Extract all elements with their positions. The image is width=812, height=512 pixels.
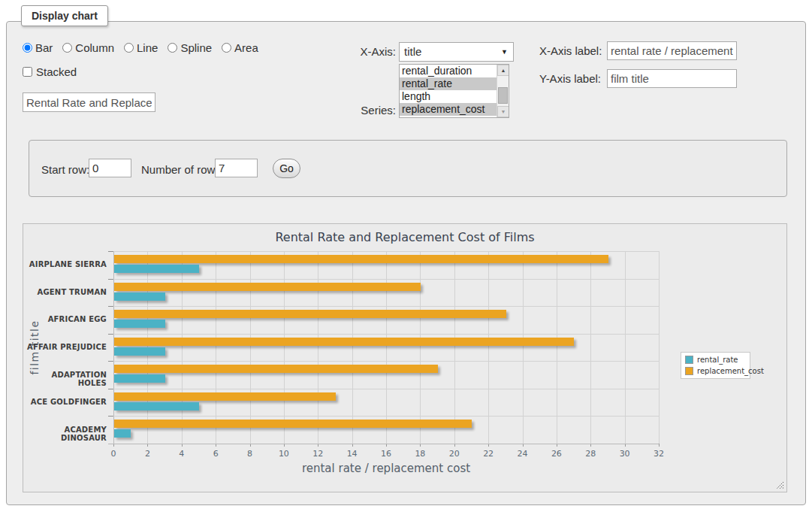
number-of-rows-input[interactable] — [215, 159, 258, 177]
chart-type-option-area[interactable]: Area — [222, 41, 258, 54]
x-tick-label: 24 — [508, 449, 538, 459]
category-label: ADAPTATION HOLES — [23, 371, 107, 387]
chart-type-option-column[interactable]: Column — [62, 41, 114, 54]
gridline-x-16 — [386, 251, 387, 444]
chart-legend: rental_ratereplacement_cost — [681, 352, 750, 379]
go-button[interactable]: Go — [273, 159, 300, 178]
fieldset-legend: Display chart — [21, 5, 108, 26]
gridline-y — [113, 361, 659, 362]
chart-type-radio-group: BarColumnLineSplineArea — [23, 41, 258, 54]
y-tick-mark — [108, 306, 113, 307]
bar-replacement_cost — [114, 283, 421, 291]
gridline-y — [113, 389, 659, 389]
legend-label: rental_rate — [697, 356, 738, 364]
bar-replacement_cost — [114, 420, 472, 428]
legend-swatch-replacement_cost — [685, 367, 693, 375]
legend-item-replacement_cost: replacement_cost — [685, 367, 746, 375]
y-axis-label-input[interactable] — [607, 69, 737, 88]
x-tick-label: 16 — [371, 449, 401, 459]
scroll-down-icon[interactable]: ▼ — [497, 106, 509, 117]
x-axis-select-label: X-Axis: — [323, 45, 396, 58]
chart-title-input[interactable] — [23, 92, 155, 112]
series-option-length[interactable]: length — [400, 90, 497, 103]
series-option-replacement_cost[interactable]: replacement_cost — [400, 103, 497, 116]
stacked-checkbox[interactable] — [23, 67, 32, 77]
chart-type-radio-bar[interactable] — [23, 43, 32, 53]
bar-replacement_cost — [114, 310, 506, 318]
x-tick-label: 30 — [610, 449, 640, 459]
x-tick-label: 20 — [439, 449, 469, 459]
x-tick-label: 26 — [542, 449, 572, 459]
y-tick-mark — [108, 334, 113, 335]
legend-swatch-rental_rate — [685, 356, 693, 364]
x-tick-label: 6 — [201, 449, 231, 459]
category-label: AFFAIR PREJUDICE — [23, 343, 107, 351]
listbox-scrollbar[interactable]: ▲ ▼ — [497, 65, 509, 117]
x-tick-label: 4 — [167, 449, 197, 459]
chart-type-option-bar[interactable]: Bar — [23, 41, 53, 54]
bar-rental_rate — [114, 374, 165, 383]
chart-type-label: Column — [75, 41, 114, 54]
scroll-up-icon[interactable]: ▲ — [497, 65, 509, 76]
y-axis-label-label: Y-Axis label: — [539, 72, 601, 85]
x-axis-label-label: X-Axis label: — [539, 44, 602, 57]
y-tick-mark — [108, 361, 113, 362]
x-axis-selected-value: title — [404, 45, 421, 58]
legend-label: replacement_cost — [697, 367, 764, 375]
gridline-x-26 — [557, 251, 557, 444]
gridline-y — [113, 279, 659, 280]
x-axis-title: rental rate / replacement cost — [113, 462, 659, 475]
gridline-x-30 — [625, 251, 626, 444]
x-axis-label-input[interactable] — [607, 41, 737, 60]
gridline-x-28 — [590, 251, 591, 444]
series-option-rental_duration[interactable]: rental_duration — [400, 65, 497, 77]
chart-title: Rental Rate and Replacement Cost of Film… — [23, 230, 786, 244]
gridline-x-22 — [488, 251, 489, 444]
category-label: AIRPLANE SIERRA — [23, 260, 107, 268]
category-label: AFRICAN EGG — [23, 315, 107, 323]
stacked-checkbox-row: Stacked — [23, 65, 77, 78]
gridline-x-18 — [420, 251, 421, 444]
x-tick-label: 8 — [235, 449, 265, 459]
stacked-label: Stacked — [36, 65, 77, 78]
series-option-rental_rate[interactable]: rental_rate — [400, 77, 497, 90]
gridline-x-8 — [250, 251, 251, 444]
resize-handle-icon[interactable] — [776, 481, 784, 489]
number-of-rows-label: Number of rows: — [141, 163, 224, 176]
scrollbar-thumb[interactable] — [498, 87, 508, 104]
chart-type-radio-column[interactable] — [62, 43, 72, 53]
x-axis-line — [108, 444, 659, 444]
bar-replacement_cost — [114, 392, 336, 401]
bar-replacement_cost — [114, 338, 574, 346]
chart-type-label: Line — [137, 41, 158, 54]
chart-type-radio-spline[interactable] — [168, 43, 177, 53]
chart-type-option-line[interactable]: Line — [124, 41, 158, 54]
chart-type-option-spline[interactable]: Spline — [168, 41, 212, 54]
start-row-input[interactable] — [89, 159, 131, 177]
gridline-y — [113, 334, 659, 335]
x-axis-select[interactable]: title ▼ — [399, 42, 514, 62]
bar-replacement_cost — [114, 365, 438, 373]
x-tick-label: 0 — [98, 449, 128, 459]
chart-type-label: Area — [234, 41, 258, 54]
series-listbox[interactable]: rental_durationrental_ratelengthreplacem… — [399, 64, 509, 118]
gridline-x-14 — [352, 251, 353, 444]
gridline-y — [113, 416, 659, 417]
y-tick-mark — [108, 279, 113, 280]
chart-type-radio-area[interactable] — [222, 43, 231, 53]
x-tick-label: 18 — [405, 449, 435, 459]
gridline-y — [113, 251, 659, 252]
gridline-x-10 — [284, 251, 285, 444]
chart-type-label: Bar — [35, 41, 53, 54]
gridline-y — [113, 306, 659, 307]
y-tick-mark — [108, 416, 113, 417]
x-tick-label: 12 — [303, 449, 333, 459]
y-tick-mark — [108, 389, 113, 389]
gridline-x-24 — [523, 251, 524, 444]
gridline-x-4 — [182, 251, 183, 444]
chart-type-label: Spline — [180, 41, 212, 54]
gridline-x-20 — [454, 251, 455, 444]
y-tick-mark — [108, 251, 113, 252]
start-row-label: Start row: — [41, 163, 89, 176]
chart-type-radio-line[interactable] — [124, 43, 134, 53]
